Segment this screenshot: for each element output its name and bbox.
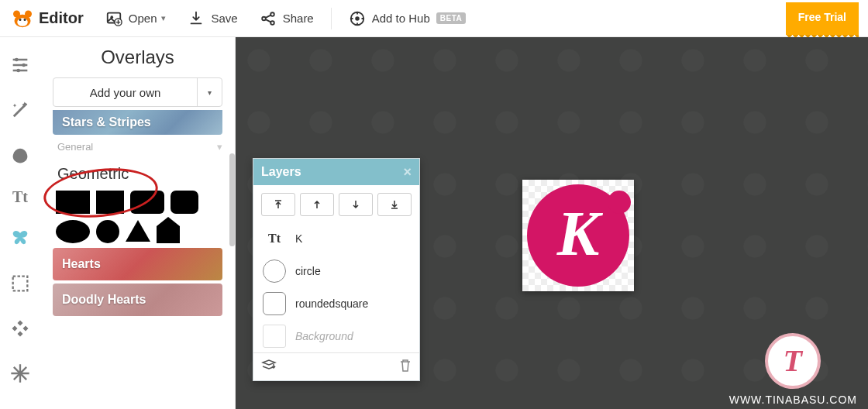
arrow-up-icon: [312, 199, 322, 210]
topbar: Editor Open ▾ Save Share Add to Hub BETA…: [0, 0, 868, 37]
watermark-badge: T: [765, 333, 821, 389]
bg-layer-icon: [263, 325, 286, 348]
badge-letter: K: [557, 202, 600, 266]
shape-rectangle[interactable]: [56, 191, 90, 214]
open-button[interactable]: Open ▾: [105, 10, 167, 27]
add-own-label: Add your own: [53, 78, 197, 106]
shape-triangle[interactable]: [126, 220, 150, 242]
layer-order-buttons: [253, 185, 419, 222]
delete-layer-button[interactable]: [399, 359, 412, 376]
texture-icon: [9, 318, 31, 339]
sliders-icon: [9, 54, 31, 76]
trash-icon: [399, 359, 412, 373]
add-your-own-button[interactable]: Add your own ▾: [53, 77, 222, 107]
rail-themes[interactable]: [8, 363, 33, 384]
rail-overlays[interactable]: [8, 228, 33, 249]
hub-label: Add to Hub: [372, 12, 430, 25]
layer-label: Background: [295, 330, 353, 342]
wand-icon: [9, 99, 31, 121]
add-own-dropdown[interactable]: ▾: [197, 78, 222, 106]
flatten-icon: [261, 359, 277, 371]
layers-footer: [253, 352, 419, 380]
svg-point-13: [355, 16, 360, 21]
layer-item-circle[interactable]: circle: [253, 255, 419, 287]
rail-touchup[interactable]: [8, 144, 33, 166]
arrow-down-icon: [350, 199, 361, 210]
app-name: Editor: [39, 9, 84, 27]
send-to-back-button[interactable]: [377, 193, 412, 216]
shape-ellipse[interactable]: [56, 220, 90, 243]
svg-point-3: [17, 18, 28, 26]
close-icon[interactable]: ×: [403, 164, 412, 180]
category-doodly-hearts[interactable]: Doodly Hearts: [53, 284, 222, 316]
download-icon: [188, 10, 205, 27]
artboard[interactable]: K: [522, 180, 634, 291]
toolbar-divider: [331, 8, 332, 29]
svg-rect-17: [13, 277, 28, 291]
badge-circle[interactable]: K: [527, 184, 629, 287]
open-label: Open: [129, 12, 157, 25]
rsquare-layer-icon: [263, 292, 286, 315]
chevron-down-icon: ▾: [161, 13, 166, 23]
hub-icon: [349, 10, 366, 27]
layer-label: circle: [295, 265, 321, 277]
shape-square[interactable]: [96, 191, 124, 214]
app-logo: Editor: [11, 9, 84, 29]
send-backward-button[interactable]: [339, 193, 373, 216]
overlays-panel: Overlays Add your own ▾ Stars & Stripes …: [40, 37, 236, 409]
image-plus-icon: [105, 10, 122, 27]
rail-frames[interactable]: [8, 273, 33, 294]
arrow-bottom-icon: [389, 199, 400, 210]
rail-adjust[interactable]: [8, 54, 33, 76]
svg-point-16: [16, 69, 20, 73]
layer-label: roundedsquare: [295, 297, 368, 310]
rail-text[interactable]: Tt: [8, 189, 33, 204]
shape-rounded-square[interactable]: [170, 191, 198, 214]
rail-effects[interactable]: [8, 99, 33, 121]
snowflake-icon: [9, 363, 31, 384]
canvas[interactable]: Layers × Tt K circle roundedsquare Backg…: [236, 37, 868, 409]
frame-icon: [9, 273, 31, 294]
butterfly-icon: [9, 228, 31, 249]
monkey-icon: [11, 9, 34, 29]
free-trial-button[interactable]: Free Trial: [786, 2, 859, 35]
save-label: Save: [211, 12, 237, 25]
text-layer-icon: Tt: [263, 227, 286, 250]
layer-item-background[interactable]: Background: [253, 320, 419, 352]
group-geometric[interactable]: Geometric: [53, 156, 222, 187]
arrow-top-icon: [273, 199, 284, 210]
bring-forward-button[interactable]: [300, 193, 334, 216]
watermark-url: WWW.TINABASU.COM: [729, 394, 857, 406]
share-icon: [260, 10, 277, 27]
circle-layer-icon: [263, 259, 286, 283]
shape-circle[interactable]: [96, 220, 119, 243]
flatten-button[interactable]: [261, 359, 277, 375]
subcategory-general[interactable]: General▾: [53, 138, 222, 156]
beta-badge: BETA: [436, 12, 466, 24]
svg-point-5: [24, 19, 26, 21]
category-stars-stripes[interactable]: Stars & Stripes: [53, 110, 222, 135]
share-label: Share: [283, 12, 314, 25]
svg-point-15: [22, 64, 26, 67]
panel-title: Overlays: [53, 46, 222, 68]
rail-textures[interactable]: [8, 318, 33, 339]
face-icon: [9, 144, 31, 166]
shape-rounded-rectangle[interactable]: [130, 191, 164, 214]
text-icon: Tt: [12, 189, 28, 204]
share-button[interactable]: Share: [260, 10, 314, 27]
layers-header[interactable]: Layers ×: [253, 159, 419, 185]
svg-point-4: [19, 19, 22, 21]
layer-label: K: [295, 232, 302, 245]
add-to-hub-button[interactable]: Add to Hub BETA: [349, 10, 467, 27]
bring-to-front-button[interactable]: [261, 193, 295, 216]
layer-item-roundedsquare[interactable]: roundedsquare: [253, 287, 419, 320]
svg-point-14: [15, 58, 19, 62]
layers-title: Layers: [261, 165, 301, 179]
shape-grid: [53, 187, 222, 246]
category-hearts[interactable]: Hearts: [53, 248, 222, 280]
toolbar-group: Open ▾ Save Share: [105, 10, 314, 27]
shape-pentagon[interactable]: [157, 220, 180, 243]
layer-item-text[interactable]: Tt K: [253, 222, 419, 255]
save-button[interactable]: Save: [188, 10, 237, 27]
tool-rail: Tt: [0, 37, 40, 409]
